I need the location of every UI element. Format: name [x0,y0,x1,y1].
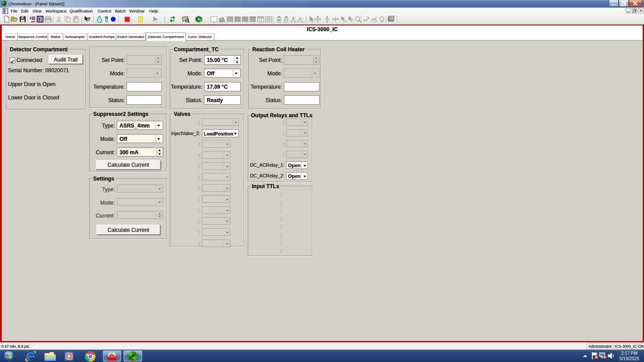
svg-text:?: ? [87,16,90,22]
svg-text:1: 1 [29,16,32,20]
